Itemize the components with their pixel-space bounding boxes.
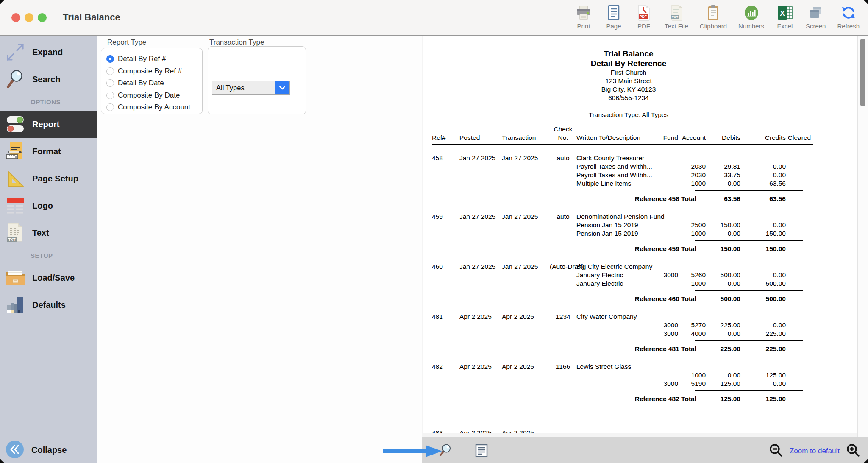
preview-bottom-bar: Zoom to default — [422, 437, 868, 463]
sidebar-item-text[interactable]: TXT Text — [0, 219, 97, 246]
sidebar-item-search[interactable]: Search — [0, 66, 97, 93]
page-icon — [606, 4, 621, 22]
total-rule-row — [432, 388, 858, 395]
sidebar-item-expand[interactable]: Expand — [0, 39, 97, 66]
report-address: 123 Main Street — [423, 77, 835, 85]
col-check-line2: No. — [550, 134, 576, 142]
title-bar: Trial Balance Print Page PDF PDF — [0, 0, 868, 36]
refresh-button[interactable]: Refresh — [837, 4, 860, 30]
reference-total-row: Reference 458 Total63.5663.56 — [432, 195, 858, 203]
radio-label: Composite By Date — [118, 91, 180, 100]
sidebar-item-logo[interactable]: Logo — [0, 192, 97, 219]
sidebar-section-setup: SETUP — [0, 246, 97, 264]
sidebar-item-format[interactable]: Format — [0, 138, 97, 165]
zoom-out-icon[interactable] — [769, 443, 783, 459]
report-title: Trial Balance — [423, 49, 835, 59]
zoom-to-default-link[interactable]: Zoom to default — [790, 447, 840, 455]
radio-composite-by-date[interactable]: Composite By Date — [106, 89, 197, 102]
printer-icon — [576, 4, 592, 22]
transaction-type-label: Transaction Type — [209, 38, 264, 47]
report-city-line: Big City, KY 40123 — [423, 85, 835, 94]
expand-icon — [3, 40, 27, 64]
report-preview: Trial Balance Detail By Reference First … — [422, 36, 868, 437]
radio-button[interactable] — [106, 92, 114, 99]
text-file-icon: TXT — [669, 4, 684, 22]
sidebar-item-label: Load/Save — [32, 273, 75, 283]
numbers-icon — [743, 4, 760, 22]
app-window: Trial Balance Print Page PDF PDF — [0, 0, 868, 463]
total-rule — [695, 340, 803, 345]
collapse-button[interactable]: Collapse — [0, 437, 97, 463]
toolbar-label: Print — [577, 23, 590, 30]
report-subtitle: Detail By Reference — [423, 59, 835, 68]
pointer-arrow-annotation — [383, 443, 444, 460]
sidebar-item-defaults[interactable]: Defaults — [0, 291, 97, 318]
zoom-window-button[interactable] — [38, 13, 47, 22]
toolbar-label: Page — [606, 23, 621, 30]
radio-detail-by-date[interactable]: Detail By Date — [106, 77, 197, 89]
sidebar-item-load-save[interactable]: Load/Save — [0, 264, 97, 291]
vertical-scrollbar[interactable] — [857, 36, 868, 437]
scrollbar-thumb[interactable] — [860, 39, 865, 106]
col-credits: Credits — [740, 134, 786, 142]
total-rule-row — [432, 238, 858, 245]
header-rule — [432, 144, 813, 145]
collapse-label: Collapse — [31, 445, 67, 455]
transaction-line-row: January Electric30005260500.000.00 — [432, 271, 858, 279]
toolbar-label: Numbers — [738, 23, 764, 30]
radio-button[interactable] — [106, 79, 114, 87]
zoom-in-icon[interactable] — [846, 443, 860, 459]
pdf-button[interactable]: PDF PDF — [634, 4, 653, 30]
document-view-icon[interactable] — [475, 444, 488, 459]
screen-button[interactable]: Screen — [806, 4, 826, 30]
transaction-row: 481Apr 2 2025Apr 2 20251234City Water Co… — [432, 312, 858, 321]
defaults-icon — [3, 293, 27, 317]
transaction-line-row: January Electric10000.00500.00 — [432, 279, 858, 288]
transaction-row: 460Jan 27 2025Jan 27 2025(Auto-Draft)Big… — [432, 262, 858, 271]
transaction-row: 458Jan 27 2025Jan 27 2025autoClark Count… — [432, 154, 858, 162]
export-toolbar: Print Page PDF PDF TXT Text File — [574, 4, 860, 30]
clipboard-button[interactable]: Clipboard — [700, 4, 727, 30]
radio-detail-by-ref[interactable]: Detail By Ref # — [106, 53, 197, 65]
report-type-label: Report Type — [107, 38, 146, 47]
minimize-window-button[interactable] — [25, 13, 33, 22]
total-rule-row — [432, 188, 858, 195]
reference-total-row: Reference 459 Total150.00150.00 — [432, 245, 858, 253]
transaction-type-select[interactable]: All Types — [212, 81, 290, 95]
radio-button[interactable] — [106, 103, 114, 111]
page-button[interactable]: Page — [604, 4, 623, 30]
col-description: Written To/Description — [576, 134, 654, 142]
toolbar-label: Screen — [806, 23, 826, 30]
radio-composite-by-account[interactable]: Composite By Account — [106, 101, 197, 114]
transaction-row: 459Jan 27 2025Jan 27 2025autoDenominatio… — [432, 212, 858, 221]
transaction-line-row: 30005190125.000.00 — [432, 379, 858, 388]
transaction-line-row: Pension Jan 15 201910000.00150.00 — [432, 229, 858, 238]
report-org-name: First Church — [423, 68, 835, 77]
select-value: All Types — [212, 84, 275, 92]
radio-label: Detail By Ref # — [118, 55, 166, 63]
radio-label: Composite By Account — [118, 103, 190, 112]
sidebar-item-page-setup[interactable]: Page Setup — [0, 165, 97, 192]
sidebar-item-report[interactable]: Report — [0, 111, 97, 138]
toolbar-label: Refresh — [837, 23, 860, 30]
radio-button[interactable] — [106, 55, 114, 63]
excel-button[interactable]: X Excel — [776, 4, 794, 30]
report-options-panel: Report Type Detail By Ref # Composite By… — [98, 36, 422, 437]
text-file-button[interactable]: TXT Text File — [665, 4, 688, 30]
report-table-body: 458Jan 27 2025Jan 27 2025autoClark Count… — [432, 154, 858, 403]
close-window-button[interactable] — [11, 13, 20, 22]
chevron-down-icon — [275, 81, 289, 94]
sidebar-item-label: Expand — [32, 47, 63, 57]
radio-label: Composite By Ref # — [118, 67, 182, 75]
col-ref: Ref# — [432, 134, 459, 142]
logo-icon — [3, 194, 27, 218]
search-icon — [3, 67, 27, 91]
print-button[interactable]: Print — [574, 4, 593, 30]
transaction-line-row: Payroll Taxes and Withh...203029.810.00 — [432, 162, 858, 171]
numbers-button[interactable]: Numbers — [738, 4, 764, 30]
radio-button[interactable] — [106, 67, 114, 75]
transaction-line-row: 30005270225.000.00 — [432, 321, 858, 329]
partial-transaction-row: 483Apr 2 2025Apr 2 2025 — [432, 429, 813, 433]
total-rule — [695, 190, 803, 195]
radio-composite-by-ref[interactable]: Composite By Ref # — [106, 65, 197, 78]
